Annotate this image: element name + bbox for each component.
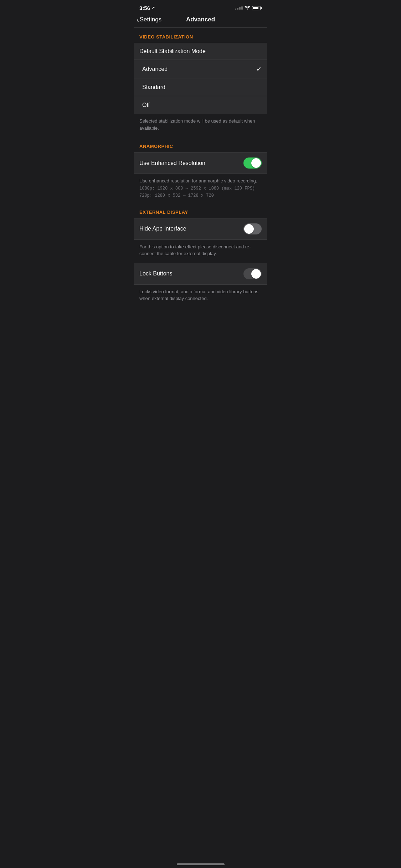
hide-app-interface-row[interactable]: Hide App Interface <box>134 218 267 239</box>
stabilization-option-advanced[interactable]: Advanced ✓ <box>134 60 267 78</box>
enhanced-resolution-toggle[interactable] <box>243 157 262 169</box>
hide-app-interface-label: Hide App Interface <box>139 226 186 232</box>
enhanced-resolution-row[interactable]: Use Enhanced Resolution <box>134 153 267 174</box>
hide-app-info: For this option to take effect please di… <box>134 240 267 263</box>
status-bar: 3:56 ↗ <box>134 0 267 13</box>
lock-buttons-group: Lock Buttons <box>134 263 267 284</box>
option-standard-label: Standard <box>139 84 165 91</box>
stabilization-option-off[interactable]: Off <box>134 96 267 114</box>
toggle-track-hide <box>243 223 262 234</box>
toggle-track-lock <box>243 268 262 279</box>
stabilization-option-standard[interactable]: Standard <box>134 78 267 96</box>
external-display-title: EXTERNAL DISPLAY <box>139 210 188 215</box>
back-label: Settings <box>140 16 161 23</box>
group-label: Default Stabilization Mode <box>139 48 206 54</box>
anamorphic-desc-line3: 720p: 1280 x 532 → 1728 x 720 <box>139 193 214 198</box>
time-display: 3:56 <box>139 5 150 11</box>
anamorphic-group: Use Enhanced Resolution <box>134 153 267 174</box>
battery-icon <box>252 6 262 10</box>
location-icon: ↗ <box>151 6 155 10</box>
stabilization-group: Default Stabilization Mode Advanced ✓ St… <box>134 43 267 114</box>
default-stabilization-header: Default Stabilization Mode <box>134 43 267 60</box>
stabilization-info: Selected stabilization mode will be used… <box>134 114 267 137</box>
page-title: Advanced <box>186 16 215 23</box>
signal-icon <box>235 6 243 10</box>
anamorphic-desc-line2: 1080p: 1920 x 800 → 2592 x 1080 (max 120… <box>139 186 255 191</box>
back-button[interactable]: ‹ Settings <box>137 16 161 23</box>
hide-app-interface-toggle[interactable] <box>243 223 262 234</box>
enhanced-resolution-label: Use Enhanced Resolution <box>139 160 205 166</box>
anamorphic-section-header: ANAMORPHIC <box>134 137 267 152</box>
nav-bar: ‹ Settings Advanced <box>134 13 267 27</box>
toggle-thumb-lock <box>251 269 261 279</box>
lock-buttons-row[interactable]: Lock Buttons <box>134 263 267 284</box>
option-off-label: Off <box>139 102 150 108</box>
anamorphic-title: ANAMORPHIC <box>139 144 173 149</box>
toggle-thumb <box>251 158 261 168</box>
lock-buttons-toggle[interactable] <box>243 268 262 279</box>
external-display-group: Hide App Interface <box>134 218 267 239</box>
back-chevron-icon: ‹ <box>137 16 139 23</box>
checkmark-icon: ✓ <box>256 65 262 73</box>
anamorphic-desc-line1: Use enhanced resolution for anamorphic v… <box>139 178 257 184</box>
wifi-icon <box>245 5 250 11</box>
toggle-thumb-hide <box>244 224 254 234</box>
lock-buttons-info: Locks video format, audio format and vid… <box>134 285 267 308</box>
anamorphic-description: Use enhanced resolution for anamorphic v… <box>134 174 267 203</box>
external-display-section-header: EXTERNAL DISPLAY <box>134 203 267 218</box>
toggle-track <box>243 157 262 169</box>
option-advanced-label: Advanced <box>139 66 168 72</box>
lock-buttons-label: Lock Buttons <box>139 270 173 277</box>
status-time: 3:56 ↗ <box>139 5 155 11</box>
video-stabilization-section-header: VIDEO STABILIZATION <box>134 28 267 43</box>
video-stabilization-title: VIDEO STABILIZATION <box>139 34 193 40</box>
status-icons <box>235 5 262 11</box>
